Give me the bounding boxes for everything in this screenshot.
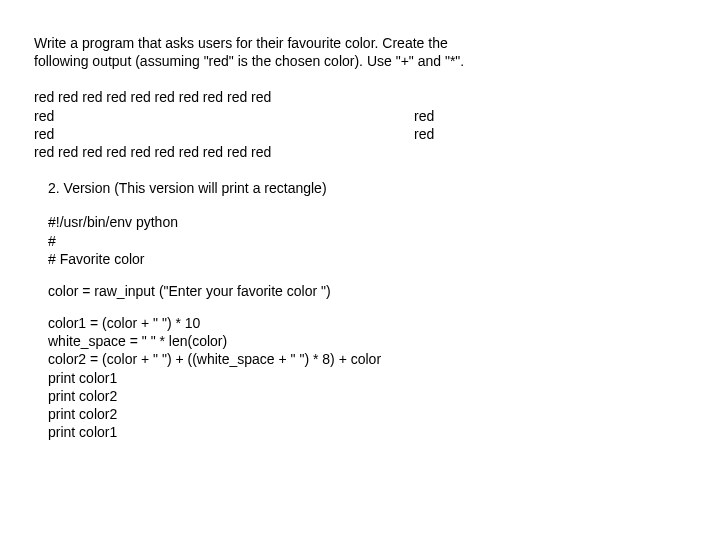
output-row-3: red bbox=[34, 125, 414, 143]
code-line: print color1 bbox=[48, 369, 720, 387]
code-line: color1 = (color + " ") * 10 bbox=[48, 314, 720, 332]
output-row-2-right: red bbox=[414, 107, 434, 125]
intro-line-1: Write a program that asks users for thei… bbox=[34, 34, 684, 52]
sample-output: red red red red red red red red red red … bbox=[34, 88, 720, 161]
code-line: white_space = " " * len(color) bbox=[48, 332, 720, 350]
code-line: #!/usr/bin/env python bbox=[48, 213, 720, 231]
code-line: print color1 bbox=[48, 423, 720, 441]
output-row-2: red bbox=[34, 107, 414, 125]
code-block: #!/usr/bin/env python # # Favorite color… bbox=[34, 213, 720, 441]
output-row-4: red red red red red red red red red red bbox=[34, 143, 414, 161]
output-right-column: . red red . bbox=[414, 88, 434, 161]
code-line: color = raw_input ("Enter your favorite … bbox=[48, 282, 720, 300]
code-line: # bbox=[48, 232, 720, 250]
output-row-3-right: red bbox=[414, 125, 434, 143]
code-line: # Favorite color bbox=[48, 250, 720, 268]
code-line: print color2 bbox=[48, 405, 720, 423]
intro-line-2: following output (assuming "red" is the … bbox=[34, 52, 684, 70]
code-line: print color2 bbox=[48, 387, 720, 405]
output-row-1: red red red red red red red red red red bbox=[34, 88, 414, 106]
output-left-column: red red red red red red red red red red … bbox=[34, 88, 414, 161]
version-title: 2. Version (This version will print a re… bbox=[34, 179, 720, 197]
problem-statement: Write a program that asks users for thei… bbox=[34, 34, 684, 70]
code-line: color2 = (color + " ") + ((white_space +… bbox=[48, 350, 720, 368]
